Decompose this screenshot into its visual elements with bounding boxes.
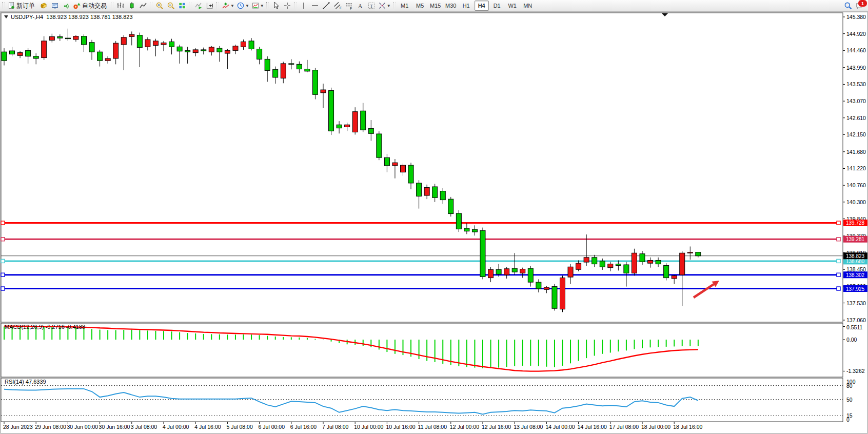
price-tick-label: 143.070 [846,98,866,104]
hline-handle[interactable] [837,221,840,225]
macd-tick-label: 0.00 [846,337,857,343]
date-label: 12 Jul 16:00 [482,424,511,430]
monitor-icon [51,2,59,10]
price-tick-label: 140.760 [846,182,866,188]
date-label: 18 Jul 16:00 [673,424,702,430]
line-chart-mode-button[interactable] [137,1,149,11]
toolbar-grip [294,2,297,9]
chevron-down-icon[interactable]: ▼ [260,4,264,8]
signals-button[interactable] [61,1,72,11]
svg-text:A: A [358,3,362,10]
cursor-tool-button[interactable] [270,1,282,11]
timeframe-mn-button[interactable]: MN [521,1,535,11]
toolbar-grip [216,2,219,9]
linechart-icon [139,2,147,10]
price-tick-label: 143.530 [846,81,866,87]
toolbar-grip [189,2,191,9]
trendline-tool-button[interactable] [321,1,332,11]
macd-tick-label: -1.3262 [846,368,865,374]
indicator-icon [222,2,230,10]
new-order-button[interactable]: 新订单 [6,1,38,11]
timeframe-m15-button[interactable]: M15 [428,1,443,11]
tiles-icon [178,2,186,10]
vertical-line-tool-button[interactable] [298,1,309,11]
candle [448,197,453,216]
hline-handle[interactable] [837,259,840,263]
main-chart-pane[interactable] [1,13,843,322]
arrows-tool-button[interactable]: ▼ [377,1,392,11]
hline-handle[interactable] [1,287,5,290]
price-tick-label: 141.220 [846,165,866,171]
market-watch-button[interactable] [49,1,61,11]
cube-icon [40,2,48,10]
date-label: 6 Jul 16:00 [290,424,317,430]
candle-icon [128,2,136,10]
search-button[interactable] [842,1,854,11]
tile-windows-button[interactable] [176,1,188,11]
indicators-button[interactable]: ▼ [221,1,235,11]
rsi-tick-label: 0 [846,417,850,423]
notifications-button[interactable]: 1 [854,1,865,11]
timeframe-m30-button[interactable]: M30 [444,1,458,11]
timeframe-d1-button[interactable]: D1 [490,1,504,11]
macd-pane[interactable] [1,323,843,377]
candlestick-mode-button[interactable] [126,1,137,11]
timeframe-m5-button[interactable]: M5 [413,1,427,11]
chartshift-icon [206,2,214,10]
zoom-in-button[interactable] [154,1,165,11]
svg-text:T: T [370,4,373,9]
chevron-down-icon[interactable]: ▼ [387,4,391,8]
rsi-tick-label: 80 [846,383,853,389]
auto-scroll-button[interactable] [193,1,204,11]
channel-tool-button[interactable]: E [332,1,343,11]
toolbar-grip [150,2,152,9]
collapse-icon[interactable] [4,15,8,18]
chart-shift-button[interactable] [204,1,215,11]
fibo-icon: F [345,2,353,10]
timeframe-h1-button[interactable]: H1 [459,1,474,11]
crosshair-tool-button[interactable] [282,1,293,11]
chart-profile-button[interactable] [38,1,49,11]
text-label-tool-button[interactable]: T [366,1,377,11]
timeframe-h4-button[interactable]: H4 [475,1,489,11]
hline-handle[interactable] [837,238,840,241]
autoscroll-icon [194,2,203,10]
hline-handle[interactable] [1,238,5,241]
date-label: 12 Jul 00:00 [450,424,479,430]
horizontal-line-tool-button[interactable] [309,1,321,11]
date-label: 17 Jul 08:00 [609,424,639,430]
rsi-pane[interactable] [1,378,843,422]
date-label: 10 Jul 00:00 [354,424,383,430]
hline-handle[interactable] [837,287,840,290]
fibonacci-tool-button[interactable]: F [343,1,354,11]
candle [312,68,318,99]
notification-badge: 1 [858,0,867,7]
date-label: 18 Jul 00:00 [641,424,670,430]
hline-price-text: 139.728 [846,220,865,226]
date-label: 3 Jul 08:00 [131,424,157,430]
zoom-in-icon [155,2,164,10]
text-tool-button[interactable]: A [354,1,366,11]
hline-price-text: 139.281 [846,236,865,242]
svg-text:F: F [350,7,352,10]
price-tick-label: 142.150 [846,131,866,137]
date-label: 10 Jul 16:00 [386,424,415,430]
hline-price-text: 137.925 [846,286,865,292]
date-label: 28 Jun 2023 [3,424,33,430]
hline-handle[interactable] [1,259,5,263]
chart-canvas[interactable]: 145.380144.920144.460143.990143.530143.0… [0,0,868,434]
bars-icon [116,2,125,10]
hline-handle[interactable] [837,273,840,277]
periods-button[interactable]: ▼ [235,1,250,11]
macd-tick-label: 0.5511 [846,324,862,330]
auto-trading-button[interactable]: 自动交易 [72,1,110,11]
zoom-out-button[interactable] [165,1,176,11]
chevron-down-icon[interactable]: ▼ [230,4,234,8]
templates-button[interactable]: ▼ [250,1,265,11]
timeframe-m1-button[interactable]: M1 [398,1,412,11]
bar-chart-mode-button[interactable] [115,1,126,11]
chevron-down-icon[interactable]: ▼ [245,4,249,8]
hline-handle[interactable] [1,273,5,277]
timeframe-w1-button[interactable]: W1 [505,1,520,11]
hline-handle[interactable] [1,221,5,225]
